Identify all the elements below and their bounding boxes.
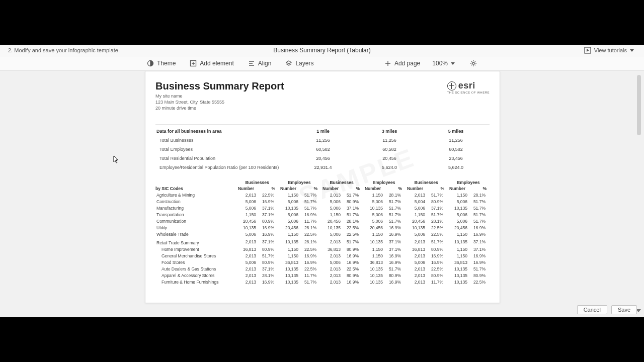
sic-cell: 28.1% (384, 192, 405, 198)
add-page-button[interactable]: Add page (384, 60, 420, 67)
sic-row-label: Furniture & Home Furnishings (155, 279, 236, 286)
sic-cell: 51.7% (299, 192, 320, 198)
theme-button[interactable]: Theme (147, 60, 176, 67)
sic-row-label: General Merchandise Stores (155, 253, 236, 259)
sic-cell: 10,135 (278, 279, 299, 286)
site-name: My site name (155, 93, 490, 99)
sic-cell: 16.9% (426, 259, 447, 266)
summary-cell: 11,256 (290, 136, 356, 144)
chevron-down-icon (451, 62, 455, 65)
save-button[interactable]: Save (611, 305, 637, 314)
sic-cell: 20,456 (447, 224, 468, 231)
summary-cell: 20,456 (357, 154, 422, 162)
summary-cell: 5,624.0 (357, 163, 422, 171)
summary-cell: 11,256 (423, 136, 489, 144)
canvas-area[interactable]: SAMPLE esri THE SCIENCE OF WHERE Busines… (0, 71, 644, 317)
sic-cell: 51.7% (257, 253, 278, 259)
sic-cell: 80.9% (426, 273, 447, 279)
globe-icon (447, 81, 456, 90)
report-page[interactable]: SAMPLE esri THE SCIENCE OF WHERE Busines… (145, 71, 500, 303)
sic-row-label: Construction (155, 198, 236, 205)
sic-cell: 16.9% (257, 279, 278, 286)
sic-cell: 22.5% (299, 266, 320, 273)
align-icon (248, 60, 255, 67)
summary-cell: 5,624.0 (423, 163, 489, 171)
settings-icon[interactable] (470, 60, 477, 67)
sic-cell: 28.1% (468, 192, 490, 198)
layers-icon (285, 60, 292, 67)
sic-cell: 5,006 (405, 231, 426, 237)
mouse-cursor-icon (113, 155, 119, 163)
sic-cell: 5,006 (363, 218, 384, 224)
sic-cell: 36,813 (236, 246, 257, 253)
sic-subhead: Number (236, 186, 257, 192)
sic-subhead: % (257, 186, 278, 192)
sic-cell: 22.5% (299, 246, 320, 253)
sic-cell: 51.7% (384, 266, 405, 273)
sic-subhead: Number (278, 186, 299, 192)
logo-text: esri (458, 80, 475, 91)
sic-subhead: % (384, 186, 405, 192)
sic-cell: 51.7% (342, 237, 363, 246)
summary-row-label: Employee/Residential Population Ratio (p… (156, 163, 289, 171)
sic-row: Auto Dealers & Gas Stations2,01337.1%10,… (155, 266, 490, 273)
sic-cell: 51.7% (342, 211, 363, 218)
site-address: 123 Main Street, City, State 55555 (155, 99, 490, 105)
sic-cell: 16.9% (384, 279, 405, 286)
layers-button[interactable]: Layers (285, 60, 313, 67)
sic-cell: 5,006 (405, 259, 426, 266)
summary-cell: 22,931.4 (290, 163, 356, 171)
sic-cell: 1,150 (278, 253, 299, 259)
sic-cell: 28.1% (257, 273, 278, 279)
sic-cell: 2,013 (320, 279, 342, 286)
summary-header: Data for all businesses in area (156, 126, 289, 135)
sic-cell: 51.7% (468, 205, 490, 211)
cancel-button[interactable]: Cancel (577, 305, 607, 314)
sic-cell: 16.9% (384, 253, 405, 259)
zoom-dropdown[interactable]: 100% (432, 60, 455, 67)
sic-cell: 37.1% (257, 237, 278, 246)
sic-cell: 22.5% (257, 192, 278, 198)
align-button[interactable]: Align (248, 60, 272, 67)
add-element-button[interactable]: Add element (190, 60, 233, 67)
sic-cell: 5,006 (447, 218, 468, 224)
sic-cell: 16.9% (384, 231, 405, 237)
sic-table: Businesses Employees Businesses Employee… (155, 179, 490, 286)
document-title: Business Summary Report (Tabular) (0, 45, 644, 56)
sic-cell: 5,006 (278, 218, 299, 224)
sic-cell: 37.1% (342, 205, 363, 211)
sic-cell: 2,013 (320, 237, 342, 246)
sic-cell: 1,150 (320, 211, 342, 218)
sic-group: Employees (278, 179, 320, 186)
sic-cell: 51.7% (468, 211, 490, 218)
plus-icon (384, 60, 391, 67)
sic-cell: 51.7% (384, 211, 405, 218)
sic-group: Businesses (320, 179, 363, 186)
sic-subhead: % (342, 186, 363, 192)
view-tutorials-button[interactable]: View tutorials (584, 45, 634, 56)
sic-cell: 5,006 (363, 198, 384, 205)
sic-cell: 11.7% (299, 218, 320, 224)
sic-cell: 80.9% (342, 246, 363, 253)
sic-cell: 36,813 (405, 246, 426, 253)
sic-cell: 80.9% (257, 259, 278, 266)
sic-cell: 22.5% (426, 231, 447, 237)
sic-cell: 22.5% (426, 224, 447, 231)
theme-icon (147, 60, 154, 67)
sic-cell: 10,135 (278, 205, 299, 211)
sic-row: Utility10,13516.9%20,45628.1%10,13522.5%… (155, 224, 490, 231)
sic-cell: 2,013 (405, 279, 426, 286)
theme-label: Theme (157, 60, 176, 67)
logo-tagline: THE SCIENCE OF WHERE (447, 91, 490, 94)
sic-subhead: Number (320, 186, 342, 192)
sic-cell: 16.9% (257, 198, 278, 205)
sic-cell: 28.1% (342, 218, 363, 224)
sic-cell: 11.7% (299, 273, 320, 279)
sic-cell: 5,006 (363, 211, 384, 218)
sic-cell: 1,150 (236, 211, 257, 218)
summary-cell: 11,256 (357, 136, 422, 144)
sic-group: Employees (363, 179, 405, 186)
vertical-scrollbar[interactable] (637, 75, 641, 135)
esri-logo: esri THE SCIENCE OF WHERE (447, 80, 490, 94)
sic-cell: 2,013 (236, 253, 257, 259)
